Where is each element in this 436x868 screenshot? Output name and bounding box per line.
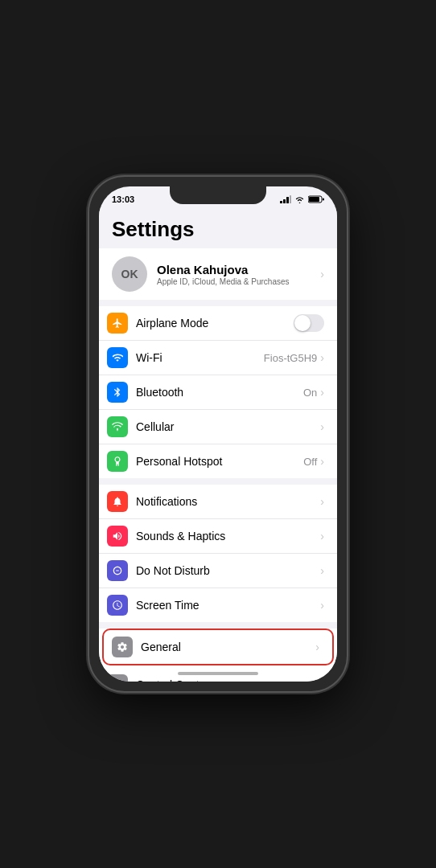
wifi-icon [107,347,128,368]
row-bluetooth[interactable]: Bluetooth On › [99,375,337,410]
general-chevron: › [315,641,319,653]
sounds-icon [107,526,128,547]
donotdisturb-icon [107,560,128,581]
row-wifi[interactable]: Wi-Fi Fios-tG5H9 › [99,341,337,375]
cellular-chevron: › [320,420,324,433]
controlcenter-label: Control Center [136,678,320,682]
row-airplane-mode[interactable]: Airplane Mode [99,306,337,341]
profile-info: Olena Kahujova Apple ID, iCloud, Media &… [157,263,320,286]
airplane-mode-label: Airplane Mode [136,317,294,330]
notifications-icon [107,491,128,512]
sounds-chevron: › [320,530,324,542]
bluetooth-icon [107,382,128,403]
hotspot-icon [107,451,128,472]
svg-rect-3 [290,195,291,203]
row-donotdisturb[interactable]: Do Not Disturb › [99,554,337,588]
home-bar [178,672,258,675]
hotspot-value: Off [303,456,317,468]
row-sounds[interactable]: Sounds & Haptics › [99,519,337,554]
bluetooth-label: Bluetooth [136,386,303,399]
sounds-label: Sounds & Haptics [136,530,320,542]
donotdisturb-label: Do Not Disturb [136,564,320,577]
svg-rect-7 [113,681,117,682]
profile-card[interactable]: OK Olena Kahujova Apple ID, iCloud, Medi… [99,248,337,300]
general-icon [112,637,133,657]
battery-icon [308,195,324,203]
bluetooth-value: On [303,387,317,399]
svg-rect-8 [118,681,122,682]
notch [170,186,266,204]
svg-rect-6 [323,199,324,201]
screen-content[interactable]: Settings OK Olena Kahujova Apple ID, iCl… [99,207,337,682]
signal-icon [280,195,291,203]
phone-frame: 13:03 [89,177,347,691]
screentime-chevron: › [320,599,324,612]
row-hotspot[interactable]: Personal Hotspot Off › [99,444,337,478]
donotdisturb-chevron: › [320,564,324,577]
airplane-mode-toggle[interactable] [294,314,324,332]
row-general[interactable]: General › [102,628,334,665]
svg-rect-0 [280,201,282,203]
airplane-mode-icon [107,313,128,334]
wifi-status-icon [294,195,305,203]
group-notifications: Notifications › Sounds & Haptics › [99,485,337,622]
row-notifications[interactable]: Notifications › [99,485,337,519]
screentime-label: Screen Time [136,599,320,612]
notifications-chevron: › [320,495,324,508]
profile-name: Olena Kahujova [157,263,320,276]
cellular-icon [107,416,128,437]
notifications-label: Notifications [136,495,320,508]
controlcenter-chevron: › [320,678,324,682]
page-title: Settings [99,207,337,248]
screentime-icon [107,595,128,616]
hotspot-label: Personal Hotspot [136,455,303,468]
profile-subtitle: Apple ID, iCloud, Media & Purchases [157,277,320,286]
cellular-label: Cellular [136,420,320,433]
status-icons [280,195,324,203]
svg-rect-5 [309,197,319,202]
phone-screen: 13:03 [99,186,337,682]
wifi-chevron: › [320,351,324,364]
avatar: OK [112,256,147,292]
general-label: General [141,641,315,653]
controlcenter-icon [107,674,128,682]
row-screentime[interactable]: Screen Time › [99,588,337,622]
status-time: 13:03 [112,194,134,204]
hotspot-chevron: › [320,455,324,468]
wifi-value: Fios-tG5H9 [264,352,317,364]
svg-rect-2 [286,197,289,203]
row-cellular[interactable]: Cellular › [99,410,337,444]
group-connectivity: Airplane Mode Wi-Fi Fios-tG5H9 › [99,306,337,478]
profile-chevron: › [320,268,324,280]
wifi-label: Wi-Fi [136,351,264,364]
svg-rect-1 [283,199,286,203]
bluetooth-chevron: › [320,386,324,399]
